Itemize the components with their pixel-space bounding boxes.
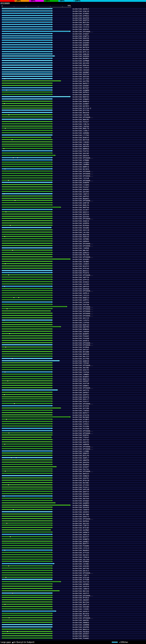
hit-label[interactable]: UniRef100_Q26C55	[73, 369, 89, 371]
hit-bar[interactable]	[2, 434, 52, 436]
hit-bar[interactable]	[2, 629, 50, 630]
hit-label[interactable]: UniRef100_Q59RU6	[73, 560, 89, 563]
hit-label[interactable]: UniRef100_Q9X2F0	[73, 462, 89, 464]
hit-label[interactable]: UniRef100_Q04T15	[73, 491, 89, 493]
hit-bar[interactable]	[2, 423, 52, 424]
hit-bar[interactable]	[2, 570, 52, 571]
hit-bar[interactable]	[2, 374, 52, 375]
hit-label[interactable]: UniRef100_UPI0000...	[73, 245, 93, 247]
hit-bar[interactable]	[2, 168, 52, 170]
hit-bar[interactable]	[2, 299, 52, 300]
hit-label[interactable]: UniRef100_P91791	[73, 468, 89, 470]
hit-label[interactable]: UniRef100_B4M328	[73, 353, 89, 355]
hit-label[interactable]: UniRef100_Q41119	[73, 317, 89, 319]
hit-bar[interactable]	[2, 559, 52, 560]
hit-label[interactable]: UniRef100_Q28I01	[73, 434, 89, 436]
hit-label[interactable]: UniRef100_C8CBN3	[73, 261, 89, 263]
hit-label[interactable]: UniRef100_B2WDP5	[73, 333, 89, 335]
hit-bar[interactable]	[2, 36, 52, 36]
hit-bar[interactable]	[2, 256, 52, 258]
hit-label[interactable]: UniRef100_Q01490	[73, 62, 89, 64]
hit-label[interactable]: UniRef100_C6H4Y9	[73, 509, 89, 511]
hit-bar[interactable]	[2, 568, 52, 569]
hit-bar[interactable]	[2, 110, 52, 111]
hit-bar[interactable]	[2, 511, 52, 512]
hit-bar[interactable]	[2, 525, 52, 526]
hit-bar[interactable]	[2, 83, 52, 84]
hit-bar[interactable]	[2, 60, 52, 61]
hit-bar[interactable]	[2, 76, 52, 77]
hit-bar[interactable]	[2, 543, 52, 544]
hit-bar[interactable]	[2, 595, 52, 596]
hit-bar[interactable]	[2, 606, 52, 607]
hit-label[interactable]: UniRef100_B6TCE9	[73, 22, 89, 24]
hit-label[interactable]: UniRef100_A5WFT3	[73, 35, 89, 37]
hit-bar[interactable]	[2, 173, 52, 174]
hit-label[interactable]: UniRef100_Q9P8R9	[73, 583, 89, 585]
hit-label[interactable]: UniRef100_C321U8	[73, 177, 89, 179]
hit-label[interactable]: UniRef100_B9P844	[73, 520, 89, 522]
hit-label[interactable]: UniRef100_Q4S3H3	[73, 191, 89, 193]
hit-label[interactable]: UniRef100_Q0GK34	[73, 155, 89, 157]
hit-bar[interactable]	[2, 561, 52, 562]
hit-bar[interactable]	[2, 588, 52, 589]
hit-label[interactable]: UniRef100_P24367	[73, 186, 89, 188]
hit-label[interactable]: UniRef100_A9P7I0	[73, 276, 89, 278]
hit-label[interactable]: UniRef100_B4JW49	[73, 416, 89, 418]
hit-bar[interactable]	[2, 281, 52, 282]
hit-bar[interactable]	[2, 387, 52, 388]
hit-label[interactable]: UniRef100_Q25S93	[73, 216, 89, 218]
hit-label[interactable]: UniRef100_B4L553	[73, 356, 89, 358]
hit-label[interactable]: UniRef100_A5JTE8	[73, 358, 89, 360]
hit-label[interactable]: UniRef100_Q6C4W6	[73, 513, 89, 516]
hit-bar[interactable]	[2, 40, 52, 41]
hit-bar[interactable]	[2, 408, 60, 409]
hit-bar[interactable]	[2, 250, 52, 251]
hit-label[interactable]: UniRef100_Q4UBZ7	[73, 540, 89, 542]
hit-bar[interactable]	[2, 376, 52, 377]
hit-bar[interactable]	[2, 452, 52, 454]
hit-bar[interactable]	[2, 290, 52, 291]
hit-bar[interactable]	[2, 534, 52, 535]
hit-bar[interactable]	[2, 398, 52, 400]
hit-bar[interactable]	[2, 274, 52, 276]
hit-label[interactable]: UniRef100_A7MQN0	[73, 159, 89, 161]
hit-label[interactable]: UniRef100_B3RYS9	[73, 324, 89, 326]
hit-label[interactable]: UniRef100_Q2QX99	[73, 55, 89, 57]
hit-bar[interactable]	[2, 222, 52, 224]
hit-label[interactable]: UniRef100_A9GH53	[73, 511, 89, 513]
hit-bar[interactable]	[2, 338, 52, 339]
hit-label[interactable]: UniRef100_C4WT15	[73, 193, 89, 195]
hit-bar[interactable]	[2, 26, 52, 28]
hit-bar[interactable]	[2, 410, 52, 411]
hit-label[interactable]: UniRef100_C3KI66	[73, 126, 89, 128]
hit-label[interactable]: UniRef100_B9RN10	[73, 100, 89, 102]
hit-label[interactable]: UniRef100_Q9M4X9	[73, 240, 89, 242]
hit-label[interactable]: UniRef100_C1WZ03	[73, 410, 89, 412]
hit-bar[interactable]	[2, 635, 52, 636]
hit-bar[interactable]	[2, 227, 51, 228]
hit-bar[interactable]	[2, 134, 52, 136]
hit-label[interactable]: UniRef100_A9NLD0	[73, 53, 89, 55]
hit-label[interactable]: UniRef100_C4R0Y4	[73, 588, 89, 590]
hit-label[interactable]: UniRef100_B4IF57	[73, 536, 89, 538]
hit-label[interactable]: UniRef100_Q2QWE8	[73, 89, 89, 92]
hit-bar[interactable]	[2, 313, 52, 314]
hit-label[interactable]: UniRef100_Q8WZF8	[73, 459, 89, 461]
hit-bar[interactable]	[2, 324, 52, 325]
hit-bar[interactable]	[2, 421, 52, 422]
hit-bar[interactable]	[2, 302, 52, 303]
hit-bar[interactable]	[2, 284, 52, 285]
hit-label[interactable]: UniRef100_B2KTT7	[73, 542, 89, 544]
hit-label[interactable]: UniRef100_A9XYF3	[73, 441, 89, 443]
hit-label[interactable]: UniRef100_Q5KPM6	[73, 626, 89, 628]
hit-bar[interactable]	[2, 178, 52, 179]
hit-label[interactable]: UniRef100_A5B9P8	[73, 182, 89, 184]
hit-label[interactable]: UniRef100_Q2QX88	[73, 40, 89, 42]
hit-label[interactable]: UniRef100_UPI0000...	[73, 180, 93, 182]
hit-label[interactable]: UniRef100_P24368	[73, 338, 89, 340]
hit-label[interactable]: UniRef100_C1B283	[73, 141, 89, 143]
hit-label[interactable]: UniRef100_Q5KEB7	[73, 85, 89, 87]
hit-label[interactable]: UniRef100_Q2M253	[73, 252, 89, 254]
hit-bar[interactable]	[2, 392, 52, 393]
